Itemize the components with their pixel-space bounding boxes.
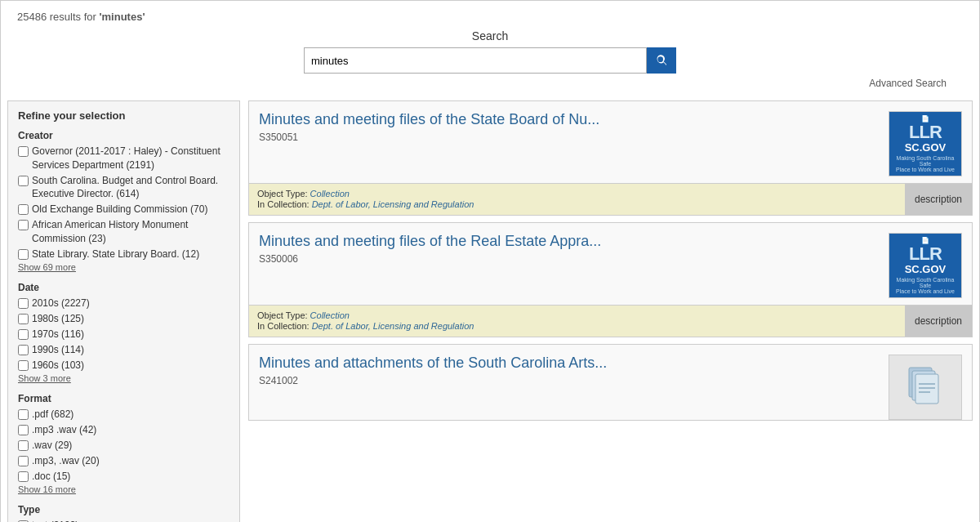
result-title-2[interactable]: Minutes and attachments of the South Car… bbox=[259, 355, 880, 372]
list-item: 1960s (103) bbox=[18, 359, 229, 373]
table-row: Minutes and meeting files of the State B… bbox=[248, 100, 973, 216]
facet-text-format-0: .pdf (682) bbox=[32, 408, 74, 422]
facet-text-date-1: 1980s (125) bbox=[32, 312, 84, 326]
facet-checkbox-creator-2[interactable] bbox=[18, 204, 29, 215]
result-text: Minutes and meeting files of the State B… bbox=[259, 111, 880, 149]
facet-text-format-1: .mp3 .wav (42) bbox=[32, 423, 96, 437]
in-collection-1: Dept. of Labor, Licensing and Regulation bbox=[312, 321, 474, 331]
facet-checkbox-date-1[interactable] bbox=[18, 314, 29, 324]
header: 25486 results for 'minutes' Search Advan… bbox=[1, 1, 979, 100]
advanced-search-link[interactable]: Advanced Search bbox=[869, 78, 947, 89]
table-row: Minutes and attachments of the South Car… bbox=[248, 344, 973, 421]
list-item: African American History Monument Commis… bbox=[18, 218, 229, 246]
result-id-0: S350051 bbox=[259, 132, 880, 143]
facet-checkbox-creator-3[interactable] bbox=[18, 220, 29, 230]
search-button[interactable] bbox=[647, 47, 676, 74]
show-more-format[interactable]: Show 16 more bbox=[18, 484, 229, 494]
list-item: Governor (2011-2017 : Haley) - Constitue… bbox=[18, 145, 229, 172]
facet-label-creator: Creator bbox=[18, 130, 229, 141]
facet-checkbox-creator-4[interactable] bbox=[18, 249, 29, 260]
list-item: .pdf (682) bbox=[18, 408, 229, 422]
facet-group-type: Type text (2193) Text (725) audio (54) A… bbox=[18, 504, 229, 522]
search-row bbox=[17, 47, 963, 74]
results-count: 25486 results for 'minutes' bbox=[17, 11, 963, 23]
facet-text-date-3: 1990s (114) bbox=[32, 343, 84, 357]
facet-text-format-2: .wav (29) bbox=[32, 439, 72, 453]
result-id-2: S241002 bbox=[259, 375, 880, 386]
facet-group-creator: Creator Governor (2011-2017 : Haley) - C… bbox=[18, 130, 229, 272]
query-bold: 'minutes' bbox=[99, 11, 145, 23]
description-button-0[interactable]: description bbox=[905, 184, 972, 215]
search-icon bbox=[655, 54, 668, 67]
table-row: Minutes and meeting files of the Real Es… bbox=[248, 222, 973, 337]
facet-checkbox-date-2[interactable] bbox=[18, 329, 29, 340]
list-item: 1970s (116) bbox=[18, 328, 229, 341]
result-text: Minutes and meeting files of the Real Es… bbox=[259, 233, 880, 271]
sidebar-title: Refine your selection bbox=[18, 109, 229, 122]
facet-checkbox-format-0[interactable] bbox=[18, 409, 29, 420]
meta-row: In Collection: Dept. of Labor, Licensing… bbox=[257, 199, 897, 209]
search-bar-area: Search bbox=[17, 29, 963, 74]
result-title-1[interactable]: Minutes and meeting files of the Real Es… bbox=[259, 233, 880, 250]
facet-checkbox-creator-0[interactable] bbox=[18, 146, 29, 157]
facet-checkbox-creator-1[interactable] bbox=[18, 176, 29, 186]
main-layout: Refine your selection Creator Governor (… bbox=[1, 100, 979, 522]
meta-row: In Collection: Dept. of Labor, Licensing… bbox=[257, 321, 897, 331]
object-type-1: Collection bbox=[310, 310, 350, 320]
facet-text-type-0: text (2193) bbox=[32, 519, 78, 522]
llr-logo-1: 📄 LLR SC.GOV Making South Carolina SafeP… bbox=[889, 234, 961, 297]
facet-group-format: Format .pdf (682) .mp3 .wav (42) .wav (2… bbox=[18, 393, 229, 494]
result-footer-0: Object Type: Collection In Collection: D… bbox=[249, 183, 972, 215]
sidebar: Refine your selection Creator Governor (… bbox=[7, 100, 240, 522]
list-item: 1980s (125) bbox=[18, 312, 229, 326]
facet-text-creator-3: African American History Monument Commis… bbox=[32, 218, 229, 246]
advanced-search-row: Advanced Search bbox=[17, 77, 963, 89]
list-item: South Carolina. Budget and Control Board… bbox=[18, 174, 229, 202]
results-text: 25486 results for bbox=[17, 11, 99, 23]
svg-rect-2 bbox=[915, 374, 938, 404]
doc-icon bbox=[906, 366, 945, 408]
result-meta-0: Object Type: Collection In Collection: D… bbox=[249, 184, 905, 215]
show-more-date[interactable]: Show 3 more bbox=[18, 373, 229, 383]
facet-checkbox-format-1[interactable] bbox=[18, 425, 29, 435]
arts-thumb bbox=[889, 355, 961, 419]
results-area: Minutes and meeting files of the State B… bbox=[248, 100, 973, 522]
facet-checkbox-format-3[interactable] bbox=[18, 456, 29, 466]
result-text: Minutes and attachments of the South Car… bbox=[259, 355, 880, 393]
llr-logo-0: 📄 LLR SC.GOV Making South Carolina SafeP… bbox=[889, 112, 961, 176]
search-input[interactable] bbox=[304, 47, 647, 74]
facet-text-creator-0: Governor (2011-2017 : Haley) - Constitue… bbox=[32, 145, 229, 172]
facet-checkbox-date-0[interactable] bbox=[18, 298, 29, 309]
result-thumb-0: 📄 LLR SC.GOV Making South Carolina SafeP… bbox=[889, 111, 962, 176]
facet-checkbox-format-4[interactable] bbox=[18, 471, 29, 482]
search-label: Search bbox=[17, 29, 963, 42]
facet-text-creator-4: State Library. State Library Board. (12) bbox=[32, 248, 199, 261]
result-id-1: S350006 bbox=[259, 253, 880, 265]
page-container: 25486 results for 'minutes' Search Advan… bbox=[0, 0, 980, 522]
facet-text-date-4: 1960s (103) bbox=[32, 359, 84, 373]
description-button-1[interactable]: description bbox=[905, 306, 972, 337]
show-more-creator[interactable]: Show 69 more bbox=[18, 262, 229, 272]
facet-text-date-0: 2010s (2227) bbox=[32, 297, 90, 310]
result-meta-1: Object Type: Collection In Collection: D… bbox=[249, 306, 905, 337]
facet-checkbox-date-4[interactable] bbox=[18, 360, 29, 371]
result-title-0[interactable]: Minutes and meeting files of the State B… bbox=[259, 111, 880, 128]
list-item: .doc (15) bbox=[18, 470, 229, 484]
list-item: .mp3, .wav (20) bbox=[18, 454, 229, 468]
result-card-inner: Minutes and attachments of the South Car… bbox=[249, 345, 972, 420]
meta-row: Object Type: Collection bbox=[257, 189, 897, 199]
facet-checkbox-date-3[interactable] bbox=[18, 345, 29, 355]
list-item: Old Exchange Building Commission (70) bbox=[18, 203, 229, 216]
meta-row: Object Type: Collection bbox=[257, 310, 897, 320]
facet-label-format: Format bbox=[18, 393, 229, 404]
facet-label-type: Type bbox=[18, 504, 229, 515]
facet-text-date-2: 1970s (116) bbox=[32, 328, 84, 341]
object-type-0: Collection bbox=[310, 189, 350, 199]
in-collection-0: Dept. of Labor, Licensing and Regulation bbox=[312, 199, 474, 209]
list-item: 2010s (2227) bbox=[18, 297, 229, 310]
result-card-inner: Minutes and meeting files of the Real Es… bbox=[249, 223, 972, 298]
facet-checkbox-format-2[interactable] bbox=[18, 440, 29, 451]
result-thumb-1: 📄 LLR SC.GOV Making South Carolina SafeP… bbox=[889, 233, 962, 298]
facet-text-creator-1: South Carolina. Budget and Control Board… bbox=[32, 174, 229, 202]
facet-text-creator-2: Old Exchange Building Commission (70) bbox=[32, 203, 207, 216]
